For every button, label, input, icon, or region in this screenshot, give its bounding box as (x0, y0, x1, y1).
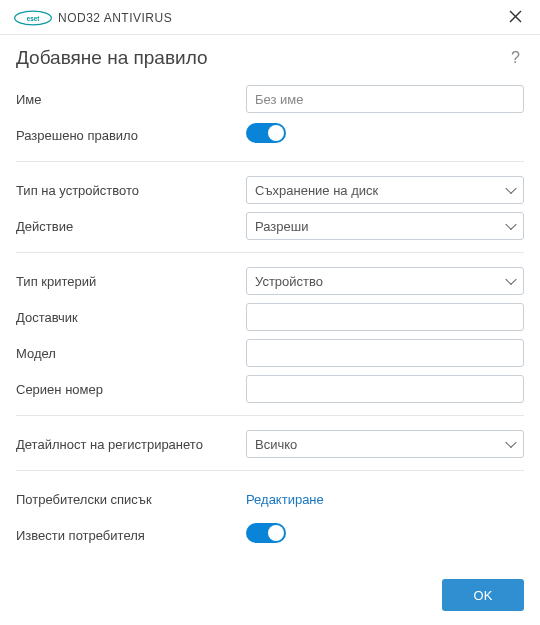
row-serial: Сериен номер (16, 373, 524, 405)
row-action: Действие Разреши (16, 210, 524, 242)
row-vendor: Доставчик (16, 301, 524, 333)
row-notify: Извести потребителя (16, 519, 524, 551)
row-logging: Детайлност на регистрирането Всичко (16, 428, 524, 460)
divider (16, 252, 524, 253)
serial-input[interactable] (246, 375, 524, 403)
help-button[interactable]: ? (507, 47, 524, 69)
label-user-list: Потребителски списък (16, 492, 246, 507)
row-criteria-type: Тип критерий Устройство (16, 265, 524, 297)
close-button[interactable] (503, 8, 528, 28)
model-input[interactable] (246, 339, 524, 367)
row-enabled: Разрешено правило (16, 119, 524, 151)
label-vendor: Доставчик (16, 310, 246, 325)
titlebar: eset NOD32 ANTIVIRUS (0, 0, 540, 35)
label-device-type: Тип на устройството (16, 183, 246, 198)
label-criteria-type: Тип критерий (16, 274, 246, 289)
label-enabled: Разрешено правило (16, 128, 246, 143)
help-icon: ? (511, 49, 520, 66)
edit-user-list-link[interactable]: Редактиране (246, 492, 324, 507)
brand-text: NOD32 ANTIVIRUS (58, 11, 172, 25)
notify-toggle[interactable] (246, 523, 286, 543)
divider (16, 470, 524, 471)
svg-text:eset: eset (27, 15, 41, 22)
brand: eset NOD32 ANTIVIRUS (14, 10, 172, 26)
vendor-input[interactable] (246, 303, 524, 331)
label-notify: Извести потребителя (16, 528, 246, 543)
action-select[interactable]: Разреши (246, 212, 524, 240)
label-name: Име (16, 92, 246, 107)
close-icon (509, 10, 522, 23)
name-input[interactable] (246, 85, 524, 113)
enabled-toggle[interactable] (246, 123, 286, 143)
logging-select[interactable]: Всичко (246, 430, 524, 458)
ok-button[interactable]: OK (442, 579, 524, 611)
header-row: Добавяне на правило ? (16, 47, 524, 69)
label-action: Действие (16, 219, 246, 234)
divider (16, 161, 524, 162)
label-model: Модел (16, 346, 246, 361)
device-type-select[interactable]: Съхранение на диск (246, 176, 524, 204)
label-logging: Детайлност на регистрирането (16, 437, 246, 452)
divider (16, 415, 524, 416)
row-model: Модел (16, 337, 524, 369)
row-device-type: Тип на устройството Съхранение на диск (16, 174, 524, 206)
page-title: Добавяне на правило (16, 47, 208, 69)
label-serial: Сериен номер (16, 382, 246, 397)
row-name: Име (16, 83, 524, 115)
content: Добавяне на правило ? Име Разрешено прав… (0, 35, 540, 551)
row-user-list: Потребителски списък Редактиране (16, 483, 524, 515)
footer: OK (442, 579, 524, 611)
eset-logo: eset (14, 10, 52, 26)
criteria-type-select[interactable]: Устройство (246, 267, 524, 295)
